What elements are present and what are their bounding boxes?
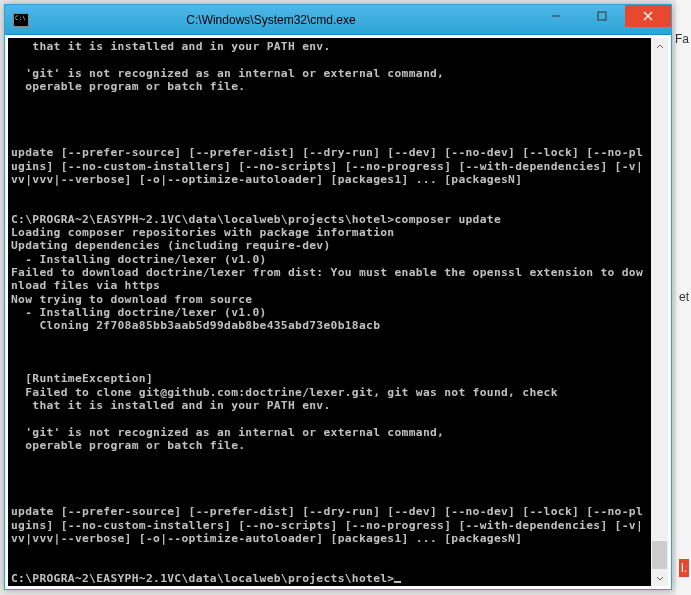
scroll-track[interactable] bbox=[651, 55, 668, 569]
maximize-icon bbox=[597, 11, 607, 21]
svg-rect-1 bbox=[598, 12, 606, 20]
cmd-icon bbox=[13, 13, 29, 27]
maximize-button[interactable] bbox=[579, 5, 625, 27]
console-container: that it is installed and in your PATH en… bbox=[5, 35, 671, 589]
close-button[interactable] bbox=[625, 5, 671, 27]
vertical-scrollbar[interactable] bbox=[651, 38, 668, 586]
scroll-up-button[interactable] bbox=[651, 38, 668, 55]
close-icon bbox=[643, 11, 653, 21]
scroll-down-button[interactable] bbox=[651, 569, 668, 586]
scroll-thumb[interactable] bbox=[652, 541, 667, 569]
minimize-icon bbox=[551, 11, 561, 21]
cursor bbox=[394, 581, 401, 583]
minimize-button[interactable] bbox=[533, 5, 579, 27]
chevron-up-icon bbox=[656, 43, 664, 51]
titlebar[interactable]: C:\Windows\System32\cmd.exe bbox=[5, 5, 671, 35]
window-title: C:\Windows\System32\cmd.exe bbox=[29, 13, 533, 27]
bg-text-1: Fa bbox=[675, 32, 689, 46]
background-panel: Fa et l. bbox=[676, 0, 691, 595]
chevron-down-icon bbox=[656, 574, 664, 582]
window-controls bbox=[533, 5, 671, 34]
cmd-window: C:\Windows\System32\cmd.exe that it is i… bbox=[4, 4, 672, 590]
bg-text-3: l. bbox=[679, 559, 689, 577]
bg-text-2: et bbox=[679, 290, 689, 304]
console-output[interactable]: that it is installed and in your PATH en… bbox=[8, 38, 651, 586]
